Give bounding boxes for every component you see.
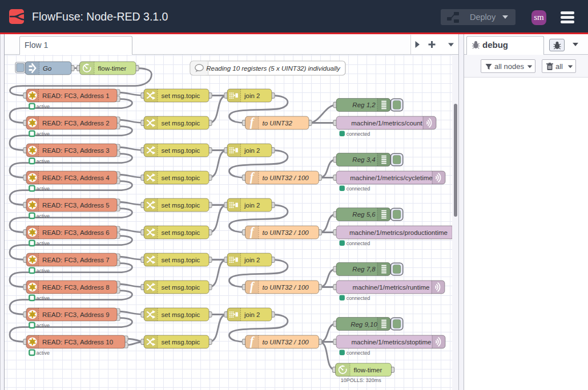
svg-text:connected: connected xyxy=(347,186,370,192)
svg-text:READ: FC3, Address 2: READ: FC3, Address 2 xyxy=(42,120,110,127)
svg-text:machine/1/metrics/runtime: machine/1/metrics/runtime xyxy=(353,284,430,291)
svg-text:join 2: join 2 xyxy=(244,202,260,209)
svg-text:active: active xyxy=(37,241,50,246)
svg-text:set msg.topic: set msg.topic xyxy=(162,229,200,236)
svg-text:join 2: join 2 xyxy=(244,147,260,154)
svg-text:connected: connected xyxy=(347,295,370,301)
svg-text:set msg.topic: set msg.topic xyxy=(162,311,200,318)
svg-text:active: active xyxy=(37,295,50,301)
svg-text:machine/1/metrics/count: machine/1/metrics/count xyxy=(351,120,422,127)
svg-text:READ: FC3, Address 8: READ: FC3, Address 8 xyxy=(42,284,110,291)
svg-text:set msg.topic: set msg.topic xyxy=(162,284,200,291)
svg-text:set msg.topic: set msg.topic xyxy=(162,174,200,181)
svg-text:set msg.topic: set msg.topic xyxy=(162,257,200,263)
svg-text:Reg 9,10: Reg 9,10 xyxy=(351,321,377,328)
svg-text:connected: connected xyxy=(347,241,370,246)
svg-text:Reg 3,4: Reg 3,4 xyxy=(352,156,375,163)
svg-text:to UINT32: to UINT32 xyxy=(263,120,293,127)
svg-text:connected: connected xyxy=(347,131,370,137)
svg-text:active: active xyxy=(37,213,50,219)
svg-text:READ: FC3, Address 3: READ: FC3, Address 3 xyxy=(42,147,110,154)
svg-text:Reg 5,6: Reg 5,6 xyxy=(352,211,376,218)
svg-text:Reading 10 registers (5 x UINT: Reading 10 registers (5 x UINT32) indivi… xyxy=(206,65,341,72)
svg-text:to UINT32 / 100: to UINT32 / 100 xyxy=(263,174,309,181)
svg-text:active: active xyxy=(37,131,50,137)
svg-text:READ: FC3, Address 4: READ: FC3, Address 4 xyxy=(42,174,110,181)
svg-text:set msg.topic: set msg.topic xyxy=(162,120,200,127)
svg-text:join 2: join 2 xyxy=(244,92,260,99)
svg-text:active: active xyxy=(37,350,50,356)
svg-text:connected: connected xyxy=(347,350,370,356)
svg-text:READ: FC3, Address 10: READ: FC3, Address 10 xyxy=(42,339,113,346)
svg-text:READ: FC3, Address 7: READ: FC3, Address 7 xyxy=(42,257,110,263)
svg-text:active: active xyxy=(37,323,50,328)
svg-text:join 2: join 2 xyxy=(244,257,260,263)
svg-text:active: active xyxy=(37,159,50,164)
svg-text:READ: FC3, Address 9: READ: FC3, Address 9 xyxy=(42,311,110,318)
svg-text:set msg.topic: set msg.topic xyxy=(162,92,200,99)
svg-text:set msg.topic: set msg.topic xyxy=(162,339,200,346)
svg-text:machine/1/metrics/cycletime: machine/1/metrics/cycletime xyxy=(350,174,432,181)
svg-text:10POLLS: 320ms: 10POLLS: 320ms xyxy=(341,377,382,383)
svg-text:READ: FC3, Address 6: READ: FC3, Address 6 xyxy=(42,229,110,236)
svg-text:join 2: join 2 xyxy=(244,311,260,318)
svg-text:Reg 1,2: Reg 1,2 xyxy=(352,101,376,108)
svg-text:READ: FC3, Address 1: READ: FC3, Address 1 xyxy=(42,92,110,99)
svg-text:flow-timer: flow-timer xyxy=(354,367,382,373)
svg-text:to UINT32 / 100: to UINT32 / 100 xyxy=(263,339,309,346)
svg-text:to UINT32 / 100: to UINT32 / 100 xyxy=(263,229,309,236)
svg-text:machine/1/metrics/productionti: machine/1/metrics/productiontime xyxy=(349,229,448,236)
svg-text:active: active xyxy=(37,186,50,192)
svg-text:Reg 7,8: Reg 7,8 xyxy=(352,266,376,273)
svg-text:active: active xyxy=(37,268,50,274)
svg-text:Go: Go xyxy=(43,65,52,72)
svg-text:to UINT32 / 100: to UINT32 / 100 xyxy=(263,284,309,291)
svg-text:active: active xyxy=(37,104,50,109)
svg-text:flow-timer: flow-timer xyxy=(98,65,127,72)
svg-text:READ: FC3, Address 5: READ: FC3, Address 5 xyxy=(42,202,110,209)
svg-text:machine/1/metrics/stoptime: machine/1/metrics/stoptime xyxy=(352,339,432,346)
svg-text:set msg.topic: set msg.topic xyxy=(162,147,200,154)
svg-text:set msg.topic: set msg.topic xyxy=(162,202,200,209)
